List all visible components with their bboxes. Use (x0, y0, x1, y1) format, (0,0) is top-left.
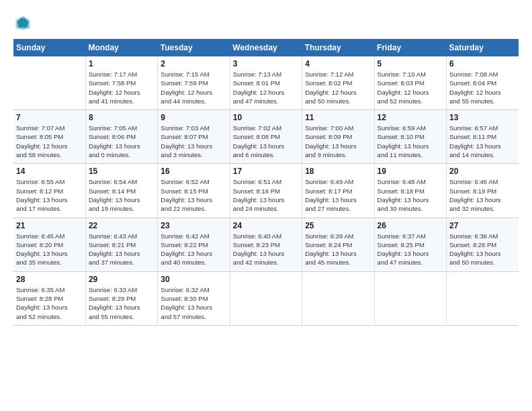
day-number: 19 (378, 167, 443, 176)
day-cell: 19Sunrise: 6:48 AM Sunset: 8:18 PM Dayli… (374, 164, 446, 218)
day-info: Sunrise: 6:33 AM Sunset: 8:29 PM Dayligh… (89, 285, 154, 321)
day-cell: 30Sunrise: 6:32 AM Sunset: 8:30 PM Dayli… (158, 271, 230, 325)
day-cell: 27Sunrise: 6:36 AM Sunset: 8:26 PM Dayli… (447, 218, 519, 271)
day-info: Sunrise: 7:03 AM Sunset: 8:07 PM Dayligh… (161, 124, 226, 159)
day-number: 17 (233, 167, 299, 176)
day-cell: 20Sunrise: 6:46 AM Sunset: 8:19 PM Dayli… (447, 164, 519, 218)
day-info: Sunrise: 7:08 AM Sunset: 8:04 PM Dayligh… (449, 70, 516, 105)
day-number: 18 (305, 167, 371, 176)
calendar-header: SundayMondayTuesdayWednesdayThursdayFrid… (13, 39, 519, 56)
week-row: 7Sunrise: 7:07 AM Sunset: 8:05 PM Daylig… (13, 110, 519, 164)
day-number: 25 (305, 221, 371, 230)
day-number: 28 (16, 275, 83, 284)
logo (13, 13, 34, 32)
calendar-table: SundayMondayTuesdayWednesdayThursdayFrid… (13, 39, 519, 326)
day-number: 24 (233, 221, 299, 230)
day-number: 14 (16, 167, 83, 176)
day-cell: 17Sunrise: 6:51 AM Sunset: 8:16 PM Dayli… (230, 164, 302, 218)
day-cell: 28Sunrise: 6:35 AM Sunset: 8:28 PM Dayli… (13, 271, 85, 325)
week-row: 28Sunrise: 6:35 AM Sunset: 8:28 PM Dayli… (13, 271, 519, 325)
day-number: 10 (233, 113, 299, 122)
day-number: 9 (161, 113, 226, 122)
day-cell: 11Sunrise: 7:00 AM Sunset: 8:09 PM Dayli… (302, 110, 374, 164)
day-number: 16 (161, 167, 226, 176)
day-cell: 23Sunrise: 6:42 AM Sunset: 8:22 PM Dayli… (158, 218, 230, 271)
day-cell: 3Sunrise: 7:13 AM Sunset: 8:01 PM Daylig… (230, 56, 302, 110)
day-number: 6 (449, 59, 516, 68)
day-number: 12 (378, 113, 443, 122)
day-number: 21 (16, 221, 83, 230)
day-info: Sunrise: 7:15 AM Sunset: 7:59 PM Dayligh… (161, 70, 226, 105)
day-number: 7 (16, 113, 83, 122)
logo-icon (13, 13, 32, 32)
calendar-body: 1Sunrise: 7:17 AM Sunset: 7:58 PM Daylig… (13, 56, 519, 325)
day-info: Sunrise: 6:37 AM Sunset: 8:25 PM Dayligh… (378, 232, 443, 267)
day-number: 4 (305, 59, 371, 68)
day-cell (13, 56, 85, 110)
day-cell: 16Sunrise: 6:52 AM Sunset: 8:15 PM Dayli… (158, 164, 230, 218)
day-info: Sunrise: 6:40 AM Sunset: 8:23 PM Dayligh… (233, 232, 299, 267)
day-cell: 10Sunrise: 7:02 AM Sunset: 8:08 PM Dayli… (230, 110, 302, 164)
day-info: Sunrise: 6:35 AM Sunset: 8:28 PM Dayligh… (16, 285, 83, 321)
day-info: Sunrise: 6:32 AM Sunset: 8:30 PM Dayligh… (161, 285, 226, 321)
week-row: 14Sunrise: 6:55 AM Sunset: 8:12 PM Dayli… (13, 164, 519, 218)
day-cell: 1Sunrise: 7:17 AM Sunset: 7:58 PM Daylig… (85, 56, 157, 110)
day-number: 26 (378, 221, 443, 230)
day-number: 8 (89, 113, 154, 122)
day-info: Sunrise: 6:45 AM Sunset: 8:20 PM Dayligh… (16, 232, 83, 267)
day-info: Sunrise: 7:02 AM Sunset: 8:08 PM Dayligh… (233, 124, 299, 159)
day-number: 11 (305, 113, 371, 122)
day-cell: 5Sunrise: 7:10 AM Sunset: 8:03 PM Daylig… (374, 56, 446, 110)
day-info: Sunrise: 6:49 AM Sunset: 8:17 PM Dayligh… (305, 177, 371, 213)
day-info: Sunrise: 6:55 AM Sunset: 8:12 PM Dayligh… (16, 177, 83, 213)
day-info: Sunrise: 6:59 AM Sunset: 8:10 PM Dayligh… (378, 124, 443, 159)
day-info: Sunrise: 6:57 AM Sunset: 8:11 PM Dayligh… (449, 124, 516, 159)
day-info: Sunrise: 6:51 AM Sunset: 8:16 PM Dayligh… (233, 177, 299, 213)
day-info: Sunrise: 6:42 AM Sunset: 8:22 PM Dayligh… (161, 232, 226, 267)
day-info: Sunrise: 6:54 AM Sunset: 8:14 PM Dayligh… (89, 177, 154, 213)
day-cell: 21Sunrise: 6:45 AM Sunset: 8:20 PM Dayli… (13, 218, 85, 271)
day-number: 2 (161, 59, 226, 68)
day-cell: 4Sunrise: 7:12 AM Sunset: 8:02 PM Daylig… (302, 56, 374, 110)
day-info: Sunrise: 7:05 AM Sunset: 8:06 PM Dayligh… (89, 124, 154, 159)
day-number: 30 (161, 275, 226, 284)
col-header-thursday: Thursday (302, 39, 374, 56)
day-info: Sunrise: 6:43 AM Sunset: 8:21 PM Dayligh… (89, 232, 154, 267)
day-info: Sunrise: 7:00 AM Sunset: 8:09 PM Dayligh… (305, 124, 371, 159)
day-cell (230, 271, 302, 325)
day-cell (447, 271, 519, 325)
day-number: 13 (449, 113, 516, 122)
day-cell: 18Sunrise: 6:49 AM Sunset: 8:17 PM Dayli… (302, 164, 374, 218)
col-header-tuesday: Tuesday (158, 39, 230, 56)
col-header-saturday: Saturday (447, 39, 519, 56)
week-row: 1Sunrise: 7:17 AM Sunset: 7:58 PM Daylig… (13, 56, 519, 110)
day-cell: 8Sunrise: 7:05 AM Sunset: 8:06 PM Daylig… (85, 110, 157, 164)
day-cell: 25Sunrise: 6:39 AM Sunset: 8:24 PM Dayli… (302, 218, 374, 271)
day-info: Sunrise: 7:17 AM Sunset: 7:58 PM Dayligh… (89, 70, 154, 105)
day-cell: 2Sunrise: 7:15 AM Sunset: 7:59 PM Daylig… (158, 56, 230, 110)
day-info: Sunrise: 6:48 AM Sunset: 8:18 PM Dayligh… (378, 177, 443, 213)
day-cell: 15Sunrise: 6:54 AM Sunset: 8:14 PM Dayli… (85, 164, 157, 218)
day-cell: 9Sunrise: 7:03 AM Sunset: 8:07 PM Daylig… (158, 110, 230, 164)
day-number: 15 (89, 167, 154, 176)
day-info: Sunrise: 7:13 AM Sunset: 8:01 PM Dayligh… (233, 70, 299, 105)
day-info: Sunrise: 7:07 AM Sunset: 8:05 PM Dayligh… (16, 124, 83, 159)
day-cell: 14Sunrise: 6:55 AM Sunset: 8:12 PM Dayli… (13, 164, 85, 218)
col-header-wednesday: Wednesday (230, 39, 302, 56)
day-cell: 24Sunrise: 6:40 AM Sunset: 8:23 PM Dayli… (230, 218, 302, 271)
day-cell: 13Sunrise: 6:57 AM Sunset: 8:11 PM Dayli… (447, 110, 519, 164)
col-header-friday: Friday (374, 39, 446, 56)
day-number: 29 (89, 275, 154, 284)
day-info: Sunrise: 6:46 AM Sunset: 8:19 PM Dayligh… (449, 177, 516, 213)
day-cell: 12Sunrise: 6:59 AM Sunset: 8:10 PM Dayli… (374, 110, 446, 164)
day-cell: 22Sunrise: 6:43 AM Sunset: 8:21 PM Dayli… (85, 218, 157, 271)
day-info: Sunrise: 7:10 AM Sunset: 8:03 PM Dayligh… (378, 70, 443, 105)
day-cell: 7Sunrise: 7:07 AM Sunset: 8:05 PM Daylig… (13, 110, 85, 164)
day-cell: 26Sunrise: 6:37 AM Sunset: 8:25 PM Dayli… (374, 218, 446, 271)
day-cell (374, 271, 446, 325)
day-number: 1 (89, 59, 154, 68)
col-header-monday: Monday (85, 39, 157, 56)
day-info: Sunrise: 6:36 AM Sunset: 8:26 PM Dayligh… (449, 232, 516, 267)
week-row: 21Sunrise: 6:45 AM Sunset: 8:20 PM Dayli… (13, 218, 519, 271)
page-header (13, 13, 519, 32)
